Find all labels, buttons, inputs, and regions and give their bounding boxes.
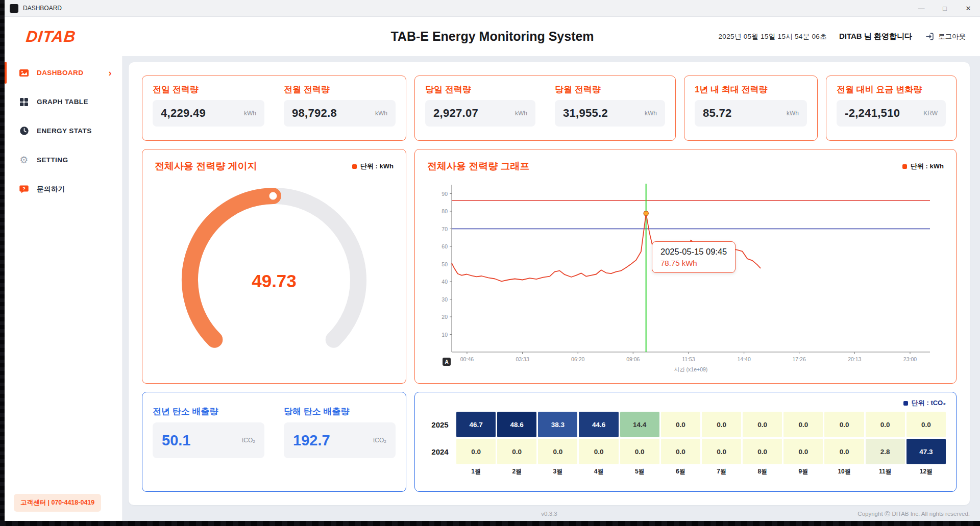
titlebar: DASHBOARD — □ ✕	[5, 0, 980, 17]
legend-swatch	[902, 164, 907, 169]
chevron-right-icon: ›	[109, 68, 112, 78]
heatmap-cell: 0.0	[824, 439, 864, 464]
heatmap-cell: 0.0	[783, 439, 823, 464]
stat-value-box: 4,229.49 kWh	[153, 100, 264, 127]
stat-value-box: -2,241,510 KRW	[837, 100, 946, 127]
carbon-unit: tCO₂	[373, 437, 386, 444]
gear-icon: ⚙	[19, 155, 29, 165]
logout-label: 로그아웃	[938, 32, 966, 41]
heatmap-cell: 0.0	[743, 412, 782, 437]
heatmap-month-label: 8월	[743, 466, 782, 477]
footer-version: v0.3.3	[541, 511, 557, 517]
stat-card-today-month: 당일 전력량 2,927.07 kWh 당월 전력량 31,955.2 kWh	[414, 76, 676, 141]
svg-text:90: 90	[442, 191, 448, 197]
heatmap-cell: 0.0	[497, 439, 536, 464]
dashboard-icon	[19, 68, 29, 78]
svg-text:20: 20	[442, 314, 448, 320]
gauge-unit-legend: 단위 : kWh	[352, 162, 394, 171]
autoscale-button[interactable]: A	[443, 358, 451, 366]
stat-label: 전월 대비 요금 변화량	[837, 84, 946, 95]
close-button[interactable]: ✕	[957, 0, 980, 16]
stat-unit: kWh	[787, 110, 799, 117]
heatmap-cell: 47.3	[906, 439, 946, 464]
sidebar-item-energy-stats[interactable]: ENERGY STATS	[5, 116, 122, 145]
heatmap-cell: 0.0	[702, 439, 741, 464]
svg-text:17:26: 17:26	[792, 356, 805, 362]
chart-unit-legend: 단위 : kWh	[902, 162, 944, 171]
heatmap-cell: 38.3	[538, 412, 577, 437]
brand-logo: DITAB	[25, 28, 77, 46]
stat-value-box: 31,955.2 kWh	[555, 100, 665, 127]
grid-icon	[19, 97, 29, 107]
heatmap-year-label: 2025	[425, 412, 455, 437]
heatmap-month-label: 5월	[620, 466, 659, 477]
sidebar-item-setting[interactable]: ⚙ SETTING	[5, 145, 122, 174]
logout-icon	[924, 32, 935, 41]
heatmap-month-label: 7월	[702, 466, 741, 477]
gauge-title: 전체사용 전력량 게이지	[155, 160, 257, 173]
heatmap-cell: 0.0	[620, 439, 659, 464]
logout-button[interactable]: 로그아웃	[924, 32, 966, 41]
stat-label: 당일 전력량	[425, 84, 535, 95]
sidebar-item-label: 문의하기	[37, 185, 65, 194]
sidebar: DASHBOARD › GRAPH TABLE ENERGY STATS	[5, 56, 122, 521]
heatmap-grid: 202546.748.638.344.614.40.00.00.00.00.00…	[425, 412, 946, 477]
svg-text:70: 70	[442, 226, 448, 232]
svg-text:20:13: 20:13	[848, 356, 861, 362]
stat-value: 4,229.49	[161, 107, 206, 120]
legend-swatch	[352, 164, 357, 169]
stat-label: 당월 전력량	[555, 84, 665, 95]
heatmap-month-label: 1월	[456, 466, 496, 477]
heatmap-cell: 0.0	[906, 412, 946, 437]
svg-text:10: 10	[442, 332, 448, 338]
clock-icon	[19, 126, 29, 136]
stat-unit: kWh	[375, 110, 387, 117]
heatmap-cell: 48.6	[497, 412, 536, 437]
line-chart-area[interactable]: 10203040506070809000:4603:3306:2009:0611…	[427, 176, 944, 378]
stat-card-year-max: 1년 내 최대 전력량 85.72 kWh	[684, 76, 818, 141]
sidebar-item-graph-table[interactable]: GRAPH TABLE	[5, 87, 122, 116]
stat-value: -2,241,510	[845, 107, 900, 120]
tooltip-value: 78.75 kWh	[660, 259, 727, 267]
carbon-label: 전년 탄소 배출량	[153, 406, 264, 417]
sidebar-item-label: DASHBOARD	[37, 69, 83, 77]
sidebar-item-dashboard[interactable]: DASHBOARD ›	[5, 58, 122, 87]
datetime-display: 2025년 05월 15일 15시 54분 06초	[719, 32, 827, 41]
sidebar-item-inquiry[interactable]: ? 문의하기	[5, 174, 122, 204]
chart-tooltip: 2025-05-15 09:45 78.75 kWh	[652, 241, 736, 273]
heatmap-unit-legend: 단위 : tCO₂	[903, 398, 946, 408]
heatmap-cell: 0.0	[538, 439, 577, 464]
svg-text:60: 60	[442, 243, 448, 249]
svg-text:50: 50	[442, 261, 448, 267]
active-indicator	[5, 62, 7, 84]
sidebar-item-label: ENERGY STATS	[37, 127, 92, 135]
heatmap-cell: 0.0	[866, 412, 905, 437]
heatmap-corner	[425, 466, 455, 477]
stat-value: 31,955.2	[563, 107, 608, 120]
left-edge-artifact	[0, 0, 5, 526]
heatmap-cell: 0.0	[743, 439, 782, 464]
heatmap-month-label: 10월	[824, 466, 864, 477]
carbon-value-box: 192.7 tCO₂	[284, 422, 396, 458]
heatmap-month-label: 6월	[661, 466, 700, 477]
window-controls: — □ ✕	[910, 0, 980, 16]
gauge-card: 전체사용 전력량 게이지 단위 : kWh 49.73	[142, 149, 406, 384]
svg-text:03:33: 03:33	[516, 356, 529, 362]
app-icon	[10, 4, 18, 13]
svg-text:23:00: 23:00	[903, 356, 917, 362]
stat-card-yesterday-month: 전일 전력량 4,229.49 kWh 전월 전력량 98,792.8 kWh	[142, 76, 406, 141]
minimize-button[interactable]: —	[910, 0, 933, 16]
svg-text:30: 30	[442, 296, 448, 303]
heatmap-cell: 14.4	[620, 412, 659, 437]
stat-value-box: 85.72 kWh	[695, 100, 807, 127]
maximize-button[interactable]: □	[933, 0, 957, 16]
carbon-value-box: 50.1 tCO₂	[153, 422, 264, 458]
customer-center-badge: 고객센터 | 070-4418-0419	[14, 494, 101, 512]
main-content: 전일 전력량 4,229.49 kWh 전월 전력량 98,792.8 kWh	[122, 56, 980, 521]
stat-unit: kWh	[515, 110, 527, 117]
legend-swatch	[903, 401, 908, 406]
footer: v0.3.3 Copyright ⓒ DITAB Inc. All rights…	[129, 509, 970, 519]
heatmap-year-label: 2024	[425, 439, 455, 464]
heatmap-month-label: 2월	[497, 466, 536, 477]
footer-copyright: Copyright ⓒ DITAB Inc. All rights reserv…	[857, 510, 970, 518]
